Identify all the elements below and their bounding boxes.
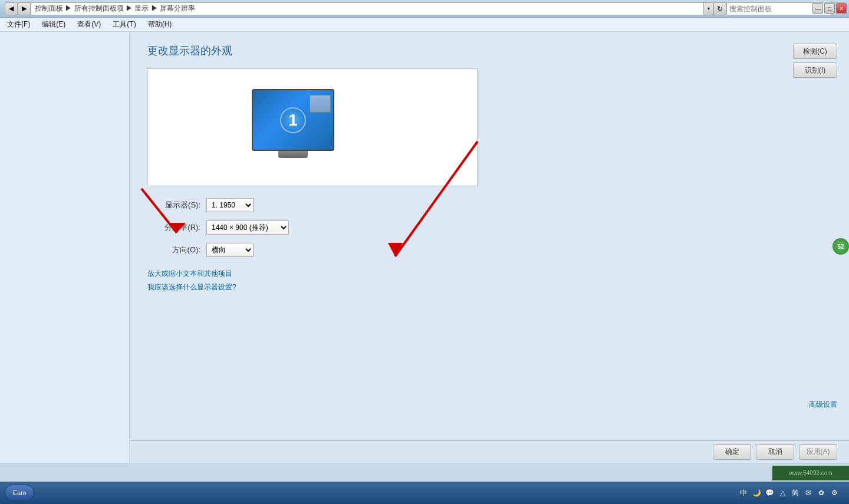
resolution-row: 分辨率(R): 1440 × 900 (推荐) <box>147 220 489 235</box>
detect-button[interactable]: 检测(C) <box>793 44 837 59</box>
detect-buttons: 检测(C) 识别(I) <box>793 44 837 78</box>
orientation-row: 方向(O): 横向 <box>147 243 489 257</box>
taskbar-icons: 中 🌙 💬 △ 简 ✉ ✿ ⚙ <box>738 487 844 498</box>
bottom-bar: 确定 取消 应用(A) <box>130 440 849 463</box>
menu-tools[interactable]: 工具(T) <box>110 18 138 31</box>
taskbar-icon-6[interactable]: ✉ <box>803 487 814 498</box>
taskbar-icon-3[interactable]: 💬 <box>764 487 775 498</box>
display-row: 显示器(S): 1. 1950 <box>147 198 489 212</box>
menu-edit[interactable]: 编辑(E) <box>40 18 68 31</box>
start-button[interactable]: Eam <box>5 485 34 501</box>
ok-button[interactable]: 确定 <box>713 444 751 460</box>
orientation-label: 方向(O): <box>147 245 206 255</box>
taskbar: Eam 中 🌙 💬 △ 简 ✉ ✿ ⚙ <box>0 482 849 504</box>
menu-bar: 文件(F) 编辑(E) 查看(V) 工具(T) 帮助(H) <box>0 18 849 32</box>
text-size-link[interactable]: 放大或缩小文本和其他项目 <box>147 269 831 279</box>
watermark: www.54092.com <box>772 466 849 480</box>
monitor-number: 1 <box>280 107 306 133</box>
taskbar-icon-7[interactable]: ✿ <box>816 487 827 498</box>
minimize-button[interactable]: — <box>812 3 823 14</box>
menu-help[interactable]: 帮助(H) <box>146 18 175 31</box>
forward-button[interactable]: ▶ <box>18 2 31 15</box>
monitor-area: 1 检测(C) 识别(I) <box>147 68 478 186</box>
monitor-stand <box>278 151 308 158</box>
page-title: 更改显示器的外观 <box>147 44 831 58</box>
main-content: 更改显示器的外观 1 检测(C) 识别(I) 显示器(S): 1 <box>0 32 849 463</box>
orientation-select[interactable]: 横向 <box>206 243 254 257</box>
close-button[interactable]: ✕ <box>836 3 847 14</box>
address-dropdown[interactable]: ▾ <box>704 2 713 15</box>
form-area: 显示器(S): 1. 1950 分辨率(R): 1440 × 900 (推荐) … <box>147 198 489 257</box>
display-settings-link[interactable]: 我应该选择什么显示器设置? <box>147 282 831 292</box>
links-area: 放大或缩小文本和其他项目 我应该选择什么显示器设置? <box>147 269 831 292</box>
cancel-button[interactable]: 取消 <box>756 444 794 460</box>
monitor-thumbnail <box>310 95 331 113</box>
refresh-button[interactable]: ↻ <box>713 2 726 15</box>
apply-button[interactable]: 应用(A) <box>799 444 837 460</box>
maximize-button[interactable]: □ <box>824 3 835 14</box>
green-badge: 52 <box>832 238 849 255</box>
advanced-link[interactable]: 高级设置 <box>809 400 837 410</box>
taskbar-icon-5[interactable]: 简 <box>790 487 801 498</box>
back-button[interactable]: ◀ <box>5 2 18 15</box>
taskbar-icon-1[interactable]: 中 <box>738 487 749 498</box>
display-label: 显示器(S): <box>147 200 206 210</box>
display-select[interactable]: 1. 1950 <box>206 198 254 212</box>
taskbar-icon-8[interactable]: ⚙ <box>829 487 840 498</box>
monitor-preview: 1 <box>252 89 334 166</box>
content-panel: 更改显示器的外观 1 检测(C) 识别(I) 显示器(S): 1 <box>130 32 849 463</box>
resolution-select[interactable]: 1440 × 900 (推荐) <box>206 220 289 235</box>
monitor-display: 1 <box>252 89 334 151</box>
title-bar: ◀ ▶ 控制面板 ▶ 所有控制面板项 ▶ 显示 ▶ 屏幕分辨率 ▾ ↻ 🔍 — … <box>0 0 849 18</box>
sidebar <box>0 32 130 463</box>
menu-view[interactable]: 查看(V) <box>75 18 103 31</box>
identify-button[interactable]: 识别(I) <box>793 62 837 78</box>
window-controls: — □ ✕ <box>812 3 847 14</box>
address-path: 控制面板 ▶ 所有控制面板项 ▶ 显示 ▶ 屏幕分辨率 <box>31 2 704 15</box>
taskbar-icon-2[interactable]: 🌙 <box>751 487 762 498</box>
taskbar-icon-4[interactable]: △ <box>777 487 788 498</box>
resolution-label: 分辨率(R): <box>147 222 206 233</box>
menu-file[interactable]: 文件(F) <box>5 18 32 31</box>
